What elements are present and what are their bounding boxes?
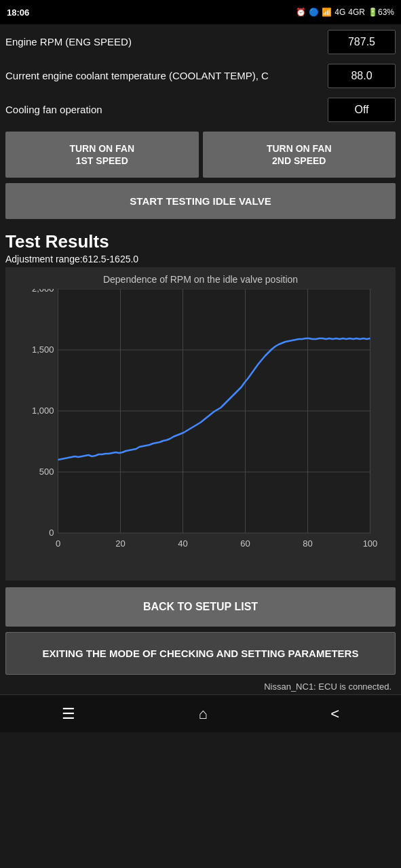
- coolant-temp-value: 88.0: [328, 64, 396, 88]
- start-testing-idle-valve-button[interactable]: START TESTING IDLE VALVE: [5, 183, 396, 219]
- coolant-temp-label: Current engine coolant temperature (COOL…: [5, 69, 328, 83]
- bluetooth-icon: 🔵: [309, 7, 319, 17]
- turn-on-fan-1st-button[interactable]: TURN ON FAN 1ST SPEED: [5, 132, 199, 178]
- time: 18:06: [7, 7, 29, 18]
- engine-rpm-value: 787.5: [328, 30, 396, 54]
- status-icons: ⏰ 🔵 📶 4G 4GR 🔋63%: [296, 7, 394, 17]
- bottom-nav: ☰ ⌂ <: [0, 694, 401, 732]
- svg-text:40: 40: [178, 538, 187, 549]
- home-icon[interactable]: ⌂: [185, 698, 221, 730]
- chart-area: 2,000 1,500 1,000 500 0 0 20 40 60 80 10…: [12, 289, 389, 560]
- svg-text:1,000: 1,000: [32, 406, 54, 416]
- back-to-setup-list-button[interactable]: BACK TO SETUP LIST: [5, 587, 396, 627]
- cooling-fan-value: Off: [328, 98, 396, 122]
- connection-status: Nissan_NC1: ECU is connected.: [5, 679, 396, 694]
- status-bar: 18:06 ⏰ 🔵 📶 4G 4GR 🔋63%: [0, 0, 401, 24]
- chart-container: Dependence of RPM on the idle valve posi…: [5, 267, 396, 580]
- svg-text:80: 80: [303, 538, 312, 549]
- svg-text:20: 20: [115, 538, 125, 549]
- network-4g-icon: 4G: [335, 7, 345, 17]
- adjustment-range: Adjustment range:612.5-1625.0: [5, 254, 396, 264]
- chart-title: Dependence of RPM on the idle valve posi…: [12, 274, 389, 285]
- svg-text:1,500: 1,500: [32, 344, 54, 355]
- svg-text:500: 500: [39, 467, 54, 477]
- svg-text:60: 60: [240, 538, 250, 549]
- back-icon[interactable]: <: [317, 698, 353, 730]
- signal-icon: 📶: [322, 7, 332, 17]
- network-4gr-icon: 4GR: [348, 7, 365, 17]
- cooling-fan-row: Cooling fan operation Off: [5, 98, 396, 122]
- cooling-fan-label: Cooling fan operation: [5, 103, 328, 117]
- rpm-chart: 2,000 1,500 1,000 500 0 0 20 40 60 80 10…: [12, 289, 389, 560]
- alarm-icon: ⏰: [296, 7, 306, 17]
- svg-text:0: 0: [49, 528, 54, 538]
- coolant-temp-row: Current engine coolant temperature (COOL…: [5, 64, 396, 88]
- svg-text:2,000: 2,000: [32, 289, 54, 294]
- engine-rpm-row: Engine RPM (ENG SPEED) 787.5: [5, 30, 396, 54]
- exiting-mode-button[interactable]: EXITING THE MODE OF CHECKING AND SETTING…: [5, 632, 396, 675]
- turn-on-fan-2nd-button[interactable]: TURN ON FAN 2ND SPEED: [203, 132, 396, 178]
- fan-buttons-row: TURN ON FAN 1ST SPEED TURN ON FAN 2ND SP…: [5, 132, 396, 178]
- test-results-title: Test Results: [5, 231, 396, 252]
- svg-text:100: 100: [363, 538, 378, 549]
- menu-icon[interactable]: ☰: [48, 698, 89, 730]
- battery-icon: 🔋63%: [368, 7, 394, 17]
- svg-text:0: 0: [56, 538, 60, 549]
- engine-rpm-label: Engine RPM (ENG SPEED): [5, 35, 328, 49]
